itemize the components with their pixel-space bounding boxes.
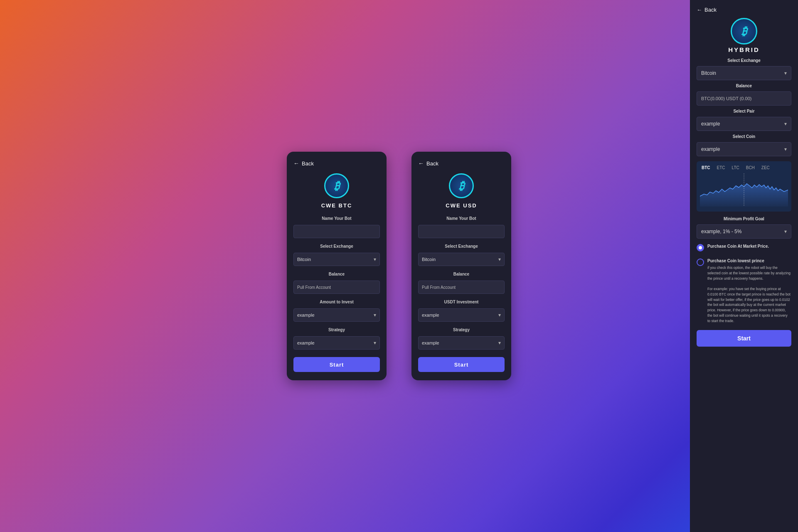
radio2-circle[interactable] [697, 259, 704, 266]
card-cwe-btc: ← Back ₿ CWE BTC Name Your Bot Select Ex… [287, 152, 387, 380]
card-cwe-usd: ← Back ₿ CWE USD Name Your Bot Select Ex… [411, 152, 511, 380]
card1-strategy-label: Strategy [293, 328, 380, 332]
card1-bot-name-label: Name Your Bot [293, 216, 380, 221]
card2-btc-symbol: ₿ [459, 180, 464, 192]
card2-exchange-label: Select Exchange [418, 244, 505, 249]
card1-start-button[interactable]: Start [293, 357, 380, 372]
panel-back-arrow: ← [697, 7, 702, 13]
price-chart [700, 173, 788, 207]
card1-title: CWE BTC [321, 202, 352, 209]
panel-pair-select[interactable]: example ▾ [697, 117, 791, 131]
card1-strategy-value: example [297, 340, 315, 345]
main-content: ← Back ₿ CWE BTC Name Your Bot Select Ex… [0, 0, 798, 532]
card1-exchange-label: Select Exchange [293, 244, 380, 249]
chart-container: BTC ETC LTC BCH ZEC [697, 161, 791, 212]
card2-usdt-value: example [422, 313, 439, 318]
radio-option-lowest[interactable]: Purchase Coin lowest prince if you check… [697, 256, 791, 325]
card2-strategy-label: Strategy [418, 328, 505, 332]
card2-usdt-select[interactable]: example ▾ [418, 308, 505, 322]
chart-tab-ltc[interactable]: LTC [730, 165, 741, 171]
card1-amount-chevron: ▾ [374, 312, 376, 318]
back-arrow-icon: ← [293, 160, 299, 167]
card2-title: CWE USD [446, 202, 477, 209]
card1-bot-name-input[interactable] [293, 225, 380, 238]
card1-back-label: Back [302, 160, 314, 167]
chart-tab-zec[interactable]: ZEC [760, 165, 771, 171]
chart-tab-bch[interactable]: BCH [744, 165, 756, 171]
panel-balance-label: Balance [697, 84, 791, 88]
panel-coin-select[interactable]: example ▾ [697, 142, 791, 156]
card2-usdt-label: USDT Investment [418, 300, 505, 304]
panel-bitcoin-icon: ₿ [731, 18, 757, 44]
panel-coin-value: example [701, 146, 720, 152]
card2-bot-name-input[interactable] [418, 225, 505, 238]
card1-balance-label: Balance [293, 272, 380, 276]
panel-pair-value: example [701, 121, 720, 127]
card1-btc-symbol: ₿ [334, 180, 340, 192]
chart-tab-btc[interactable]: BTC [700, 165, 712, 171]
panel-profit-select[interactable]: example, 1% - 5% ▾ [697, 224, 791, 239]
radio1-title: Purchase Coin At Market Price. [707, 244, 769, 249]
panel-pair-chevron: ▾ [784, 121, 787, 127]
radio1-dot [699, 246, 702, 249]
card1-strategy-select[interactable]: example ▾ [293, 336, 380, 350]
back-arrow-icon-2: ← [418, 160, 424, 167]
panel-pair-label: Select Pair [697, 109, 791, 113]
panel-btc-symbol: ₿ [741, 25, 747, 38]
radio2-text: Purchase Coin lowest prince if you check… [707, 258, 791, 323]
card1-amount-label: Amount to Invest [293, 300, 380, 304]
radio1-circle[interactable] [697, 244, 704, 251]
panel-profit-label: Minimum Profit Goal [697, 217, 791, 221]
card2-bitcoin-icon: ₿ [449, 173, 474, 198]
card2-start-button[interactable]: Start [418, 357, 505, 372]
chart-tab-etc[interactable]: ETC [715, 165, 727, 171]
card1-back-button[interactable]: ← Back [293, 160, 380, 167]
panel-exchange-label: Select Exchange [697, 58, 791, 63]
radio2-desc: if you check this option, the robot will… [707, 265, 791, 323]
card2-strategy-select[interactable]: example ▾ [418, 336, 505, 350]
panel-back-button[interactable]: ← Back [697, 7, 791, 13]
card1-amount-value: example [297, 313, 315, 318]
panel-logo: ₿ HYBRID [697, 18, 791, 53]
hybrid-panel: ← Back ₿ HYBRID Select Exchange Bitcoin … [690, 0, 798, 532]
panel-exchange-select[interactable]: Bitcoin ▾ [697, 66, 791, 80]
panel-profit-value: example, 1% - 5% [701, 229, 741, 234]
card2-exchange-select[interactable]: Bitcoin ▾ [418, 253, 505, 266]
card1-bitcoin-icon: ₿ [324, 173, 349, 198]
card1-strategy-chevron: ▾ [374, 340, 376, 346]
card2-bot-name-label: Name Your Bot [418, 216, 505, 221]
card2-exchange-value: Bitcoin [422, 257, 436, 262]
panel-back-label: Back [704, 7, 717, 13]
panel-coin-label: Select Coin [697, 134, 791, 139]
panel-title: HYBRID [728, 46, 760, 53]
card1-exchange-select[interactable]: Bitcoin ▾ [293, 253, 380, 266]
card1-amount-select[interactable]: example ▾ [293, 308, 380, 322]
panel-exchange-value: Bitcoin [701, 70, 716, 76]
card1-balance-value: Pull From Account [293, 281, 380, 294]
card2-balance-label: Balance [418, 272, 505, 276]
card2-strategy-value: example [422, 340, 439, 345]
panel-start-button[interactable]: Start [697, 330, 791, 347]
card2-exchange-chevron: ▾ [498, 256, 501, 262]
card2-usdt-chevron: ▾ [498, 312, 501, 318]
chart-tabs: BTC ETC LTC BCH ZEC [700, 165, 788, 171]
card2-back-label: Back [426, 160, 438, 167]
card2-strategy-chevron: ▾ [498, 340, 501, 346]
panel-exchange-chevron: ▾ [784, 70, 787, 76]
card2-back-button[interactable]: ← Back [418, 160, 505, 167]
card1-exchange-chevron: ▾ [374, 256, 376, 262]
card1-exchange-value: Bitcoin [297, 257, 311, 262]
panel-profit-chevron: ▾ [784, 229, 787, 234]
radio-option-market[interactable]: Purchase Coin At Market Price. [697, 242, 791, 253]
card2-balance-value: Pull From Account [418, 281, 505, 294]
radio1-text: Purchase Coin At Market Price. [707, 244, 769, 249]
radio2-title: Purchase Coin lowest prince [707, 258, 791, 264]
panel-balance-value: BTC(0.000) USDT (0.00) [697, 91, 791, 106]
panel-coin-chevron: ▾ [784, 146, 787, 152]
